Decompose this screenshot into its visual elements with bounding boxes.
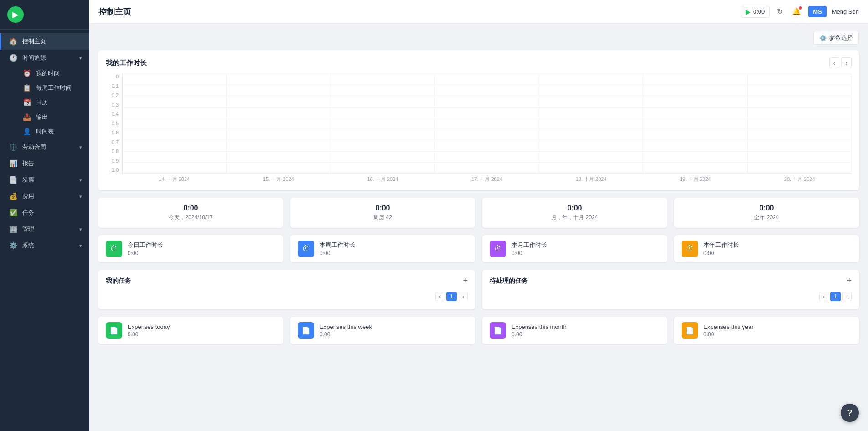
expense-card-month: 📄 Expenses this month 0.00	[482, 317, 667, 344]
duration-icon-month: ⏱	[490, 241, 506, 257]
sidebar-item-label: 系统	[22, 241, 34, 250]
chart-header: 我的工作时长 ‹ ›	[106, 57, 852, 68]
chart-area: 1.0 0.9 0.8 0.7 0.6 0.5 0.4 0.3 0.2 0.1 …	[106, 74, 852, 174]
sidebar-item-dashboard[interactable]: 🏠 控制主页	[0, 33, 89, 50]
grid-col	[227, 74, 331, 174]
sidebar-item-weekly-hours[interactable]: 📋 每周工作时间	[21, 81, 89, 95]
sidebar-item-label: 日历	[36, 99, 48, 107]
sidebar-item-label: 控制主页	[22, 37, 46, 46]
y-label: 0	[106, 74, 119, 79]
page-1-button[interactable]: 1	[830, 292, 841, 301]
time-tracking-submenu: ⏰ 我的时间 📋 每周工作时间 📅 日历 📤 输出 👤 时间表	[0, 66, 89, 139]
y-label: 0.1	[106, 83, 119, 89]
chevron-down-icon: ▾	[79, 144, 82, 150]
prev-page-button[interactable]: ‹	[819, 292, 828, 301]
pending-tasks-header: 待处理的任务 +	[490, 276, 852, 286]
my-tasks-title: 我的任务	[106, 277, 131, 285]
sidebar-item-my-time[interactable]: ⏰ 我的时间	[21, 66, 89, 81]
chevron-down-icon: ▾	[79, 226, 82, 232]
help-button[interactable]: ?	[841, 404, 859, 422]
reports-icon: 📊	[9, 159, 18, 168]
duration-icon-year: ⏱	[682, 241, 698, 257]
sidebar-item-management[interactable]: 🏢 管理 ▾	[0, 221, 89, 237]
chevron-down-icon: ▾	[79, 243, 82, 249]
grid-col	[748, 74, 852, 174]
dur-label: 本周工作时长	[320, 241, 355, 249]
expense-card-week: 📄 Expenses this week 0.00	[290, 317, 475, 344]
chart-navigation: ‹ ›	[829, 57, 852, 68]
expense-icon-week: 📄	[298, 322, 314, 339]
sidebar-item-expenses[interactable]: 💰 费用 ▾	[0, 188, 89, 205]
expense-info-week: Expenses this week 0.00	[320, 323, 372, 338]
chart-next-button[interactable]: ›	[841, 57, 852, 68]
page-1-button[interactable]: 1	[446, 292, 457, 301]
y-label: 0.6	[106, 130, 119, 135]
chart-prev-button[interactable]: ‹	[829, 57, 840, 68]
content-area: ⚙️ 参数选择 我的工作时长 ‹ › 1.0 0.9 0.8 0.7	[89, 24, 868, 431]
add-my-task-button[interactable]: +	[463, 276, 468, 286]
dur-label: 今日工作时长	[128, 241, 163, 249]
header: 控制主页 ▶ 0:00 ↻ 🔔 MS Meng Sen	[89, 0, 868, 24]
y-label: 0.7	[106, 139, 119, 145]
exp-label: Expenses this year	[703, 323, 754, 330]
sidebar-logo: ▶	[0, 0, 89, 30]
timer-button[interactable]: ▶ 0:00	[741, 6, 770, 18]
y-label: 0.9	[106, 158, 119, 164]
sidebar-item-system[interactable]: ⚙️ 系统 ▾	[0, 237, 89, 254]
dur-value: 0:00	[703, 250, 739, 257]
exp-value: 0.00	[128, 331, 170, 338]
y-label: 0.3	[106, 102, 119, 108]
expense-info-today: Expenses today 0.00	[128, 323, 170, 338]
duration-row: ⏱ 今日工作时长 0:00 ⏱ 本周工作时长 0:00 ⏱ 本月工作时长 0:0…	[98, 235, 859, 262]
exp-label: Expenses today	[128, 323, 170, 330]
sidebar-item-export[interactable]: 📤 输出	[21, 110, 89, 124]
sidebar-item-invoices[interactable]: 📄 发票 ▾	[0, 172, 89, 188]
x-label: 17. 十月 2024	[435, 176, 539, 183]
y-label: 0.4	[106, 111, 119, 117]
exp-label: Expenses this week	[320, 323, 372, 330]
grid-col	[123, 74, 227, 174]
add-pending-task-button[interactable]: +	[847, 276, 852, 286]
x-label: 18. 十月 2024	[539, 176, 643, 183]
sidebar-item-time-tracking[interactable]: 🕐 时间追踪 ▾	[0, 50, 89, 66]
sidebar-item-calendar[interactable]: 📅 日历	[21, 95, 89, 110]
contracts-icon: ⚖️	[9, 143, 18, 151]
my-tasks-pagination: ‹ 1 ›	[106, 290, 468, 303]
sidebar-item-reports[interactable]: 📊 报告	[0, 155, 89, 172]
expense-icon-today: 📄	[106, 322, 122, 339]
sidebar-item-label: 时间追踪	[22, 54, 46, 62]
settings-label: 参数选择	[829, 34, 853, 42]
avatar-button[interactable]: MS	[808, 6, 827, 17]
refresh-button[interactable]: ↻	[775, 5, 785, 18]
stat-value: 0:00	[682, 204, 852, 212]
stat-label: 今天，2024/10/17	[106, 214, 276, 221]
settings-button[interactable]: ⚙️ 参数选择	[813, 31, 859, 45]
stat-label: 周历 42	[298, 214, 468, 221]
time-tracking-icon: 🕐	[9, 54, 18, 62]
grid-col	[435, 74, 539, 174]
sidebar-item-tasks[interactable]: ✅ 任务	[0, 205, 89, 221]
sidebar-item-timesheet[interactable]: 👤 时间表	[21, 124, 89, 139]
export-icon: 📤	[22, 113, 31, 121]
grid-col	[643, 74, 747, 174]
expense-row: 📄 Expenses today 0.00 📄 Expenses this we…	[98, 317, 859, 344]
gear-icon: ⚙️	[819, 35, 827, 41]
notification-bell[interactable]: 🔔	[790, 5, 803, 18]
grid-col	[331, 74, 435, 174]
duration-card-month: ⏱ 本月工作时长 0:00	[482, 235, 667, 262]
dur-value: 0:00	[512, 250, 547, 257]
dashboard-icon: 🏠	[9, 37, 18, 46]
sidebar-item-contracts[interactable]: ⚖️ 劳动合同 ▾	[0, 139, 89, 155]
header-right: ▶ 0:00 ↻ 🔔 MS Meng Sen	[741, 5, 859, 18]
duration-icon-today: ⏱	[106, 241, 122, 257]
duration-card-year: ⏱ 本年工作时长 0:00	[674, 235, 859, 262]
grid-icon: 📋	[22, 84, 31, 92]
next-page-button[interactable]: ›	[842, 292, 852, 301]
expense-icon-month: 📄	[490, 322, 506, 339]
x-label: 20. 十月 2024	[747, 176, 852, 183]
duration-info-week: 本周工作时长 0:00	[320, 241, 355, 257]
prev-page-button[interactable]: ‹	[435, 292, 444, 301]
tasks-icon: ✅	[9, 209, 18, 217]
duration-info-month: 本月工作时长 0:00	[512, 241, 547, 257]
next-page-button[interactable]: ›	[459, 292, 468, 301]
